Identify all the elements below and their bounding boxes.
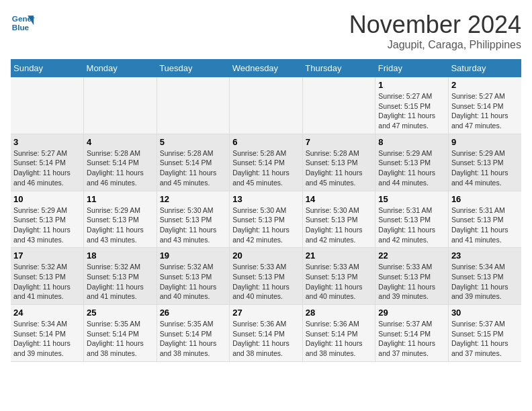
day-number: 12 [160,194,227,204]
page-header: General Blue November 2024 Jagupit, Cara… [11,11,521,51]
calendar-cell: 20Sunrise: 5:33 AM Sunset: 5:13 PM Dayli… [230,248,303,305]
calendar-cell: 22Sunrise: 5:33 AM Sunset: 5:13 PM Dayli… [375,248,449,305]
header-wednesday: Wednesday [230,59,303,77]
day-info: Sunrise: 5:37 AM Sunset: 5:14 PM Dayligh… [378,319,445,359]
day-info: Sunrise: 5:30 AM Sunset: 5:13 PM Dayligh… [306,205,373,245]
calendar-header-row: SundayMondayTuesdayWednesdayThursdayFrid… [11,59,521,77]
day-number: 9 [451,137,519,147]
calendar-cell: 23Sunrise: 5:34 AM Sunset: 5:13 PM Dayli… [448,248,521,305]
calendar-cell: 14Sunrise: 5:30 AM Sunset: 5:13 PM Dayli… [302,191,375,248]
calendar-cell: 24Sunrise: 5:34 AM Sunset: 5:14 PM Dayli… [11,305,84,362]
calendar-cell [302,77,375,134]
day-number: 27 [232,308,300,318]
calendar-cell [230,77,303,134]
day-number: 4 [87,137,154,147]
calendar-cell: 25Sunrise: 5:35 AM Sunset: 5:14 PM Dayli… [84,305,157,362]
day-number: 5 [160,137,227,147]
calendar-cell: 8Sunrise: 5:29 AM Sunset: 5:13 PM Daylig… [375,134,449,191]
calendar-cell: 30Sunrise: 5:37 AM Sunset: 5:15 PM Dayli… [448,305,521,362]
calendar-cell: 2Sunrise: 5:27 AM Sunset: 5:14 PM Daylig… [448,77,521,134]
day-number: 20 [232,250,300,261]
day-info: Sunrise: 5:35 AM Sunset: 5:14 PM Dayligh… [87,319,154,359]
day-number: 17 [13,250,81,261]
day-number: 21 [306,250,373,261]
day-info: Sunrise: 5:28 AM Sunset: 5:14 PM Dayligh… [232,148,300,188]
day-info: Sunrise: 5:29 AM Sunset: 5:13 PM Dayligh… [13,205,81,245]
day-info: Sunrise: 5:31 AM Sunset: 5:13 PM Dayligh… [378,205,445,245]
calendar-cell: 28Sunrise: 5:36 AM Sunset: 5:14 PM Dayli… [302,305,375,362]
day-number: 15 [378,194,445,204]
calendar-cell: 1Sunrise: 5:27 AM Sunset: 5:15 PM Daylig… [375,77,449,134]
calendar-cell [157,77,230,134]
day-info: Sunrise: 5:34 AM Sunset: 5:13 PM Dayligh… [451,262,519,302]
day-info: Sunrise: 5:30 AM Sunset: 5:13 PM Dayligh… [232,205,300,245]
day-number: 16 [451,194,519,204]
calendar-cell: 19Sunrise: 5:32 AM Sunset: 5:13 PM Dayli… [157,248,230,305]
day-info: Sunrise: 5:32 AM Sunset: 5:13 PM Dayligh… [160,262,227,302]
calendar-cell: 10Sunrise: 5:29 AM Sunset: 5:13 PM Dayli… [11,191,84,248]
calendar-cell: 16Sunrise: 5:31 AM Sunset: 5:13 PM Dayli… [448,191,521,248]
calendar-cell: 15Sunrise: 5:31 AM Sunset: 5:13 PM Dayli… [375,191,449,248]
calendar-cell: 4Sunrise: 5:28 AM Sunset: 5:14 PM Daylig… [84,134,157,191]
header-monday: Monday [84,59,157,77]
header-tuesday: Tuesday [157,59,230,77]
day-info: Sunrise: 5:27 AM Sunset: 5:14 PM Dayligh… [451,91,519,131]
page-title: November 2024 [349,11,521,39]
day-number: 3 [13,137,81,147]
logo: General Blue [11,11,35,35]
calendar-cell: 11Sunrise: 5:29 AM Sunset: 5:13 PM Dayli… [84,191,157,248]
day-info: Sunrise: 5:32 AM Sunset: 5:13 PM Dayligh… [87,262,154,302]
day-number: 11 [87,194,154,204]
calendar-week-2: 3Sunrise: 5:27 AM Sunset: 5:14 PM Daylig… [11,134,521,191]
day-number: 24 [13,308,81,318]
day-info: Sunrise: 5:37 AM Sunset: 5:15 PM Dayligh… [451,319,519,359]
day-info: Sunrise: 5:28 AM Sunset: 5:14 PM Dayligh… [87,148,154,188]
calendar-cell: 18Sunrise: 5:32 AM Sunset: 5:13 PM Dayli… [84,248,157,305]
day-info: Sunrise: 5:33 AM Sunset: 5:13 PM Dayligh… [232,262,300,302]
calendar-cell: 12Sunrise: 5:30 AM Sunset: 5:13 PM Dayli… [157,191,230,248]
day-info: Sunrise: 5:29 AM Sunset: 5:13 PM Dayligh… [378,148,445,188]
day-number: 29 [378,308,445,318]
calendar-week-3: 10Sunrise: 5:29 AM Sunset: 5:13 PM Dayli… [11,191,521,248]
day-number: 10 [13,194,81,204]
calendar-cell: 29Sunrise: 5:37 AM Sunset: 5:14 PM Dayli… [375,305,449,362]
calendar-table: SundayMondayTuesdayWednesdayThursdayFrid… [11,59,521,362]
title-block: November 2024 Jagupit, Caraga, Philippin… [349,11,521,51]
day-info: Sunrise: 5:28 AM Sunset: 5:14 PM Dayligh… [160,148,227,188]
calendar-week-4: 17Sunrise: 5:32 AM Sunset: 5:13 PM Dayli… [11,248,521,305]
day-number: 7 [306,137,373,147]
day-info: Sunrise: 5:27 AM Sunset: 5:15 PM Dayligh… [378,91,445,131]
calendar-cell: 3Sunrise: 5:27 AM Sunset: 5:14 PM Daylig… [11,134,84,191]
day-info: Sunrise: 5:34 AM Sunset: 5:14 PM Dayligh… [13,319,81,359]
day-number: 26 [160,308,227,318]
svg-text:Blue: Blue [12,23,30,32]
header-thursday: Thursday [302,59,375,77]
day-number: 25 [87,308,154,318]
day-number: 8 [378,137,445,147]
calendar-week-1: 1Sunrise: 5:27 AM Sunset: 5:15 PM Daylig… [11,77,521,134]
day-info: Sunrise: 5:27 AM Sunset: 5:14 PM Dayligh… [13,148,81,188]
day-number: 22 [378,250,445,261]
page-subtitle: Jagupit, Caraga, Philippines [349,39,521,51]
calendar-cell: 17Sunrise: 5:32 AM Sunset: 5:13 PM Dayli… [11,248,84,305]
calendar-cell: 5Sunrise: 5:28 AM Sunset: 5:14 PM Daylig… [157,134,230,191]
calendar-cell: 27Sunrise: 5:36 AM Sunset: 5:14 PM Dayli… [230,305,303,362]
day-number: 23 [451,250,519,261]
day-info: Sunrise: 5:32 AM Sunset: 5:13 PM Dayligh… [13,262,81,302]
calendar-cell: 13Sunrise: 5:30 AM Sunset: 5:13 PM Dayli… [230,191,303,248]
day-info: Sunrise: 5:36 AM Sunset: 5:14 PM Dayligh… [306,319,373,359]
day-number: 6 [232,137,300,147]
calendar-body: 1Sunrise: 5:27 AM Sunset: 5:15 PM Daylig… [11,77,521,361]
day-number: 28 [306,308,373,318]
day-info: Sunrise: 5:33 AM Sunset: 5:13 PM Dayligh… [378,262,445,302]
calendar-cell: 7Sunrise: 5:28 AM Sunset: 5:13 PM Daylig… [302,134,375,191]
calendar-cell: 26Sunrise: 5:35 AM Sunset: 5:14 PM Dayli… [157,305,230,362]
logo-icon: General Blue [11,11,35,35]
day-number: 14 [306,194,373,204]
header-saturday: Saturday [448,59,521,77]
day-info: Sunrise: 5:29 AM Sunset: 5:13 PM Dayligh… [451,148,519,188]
day-info: Sunrise: 5:29 AM Sunset: 5:13 PM Dayligh… [87,205,154,245]
calendar-cell: 21Sunrise: 5:33 AM Sunset: 5:13 PM Dayli… [302,248,375,305]
day-info: Sunrise: 5:35 AM Sunset: 5:14 PM Dayligh… [160,319,227,359]
day-info: Sunrise: 5:30 AM Sunset: 5:13 PM Dayligh… [160,205,227,245]
